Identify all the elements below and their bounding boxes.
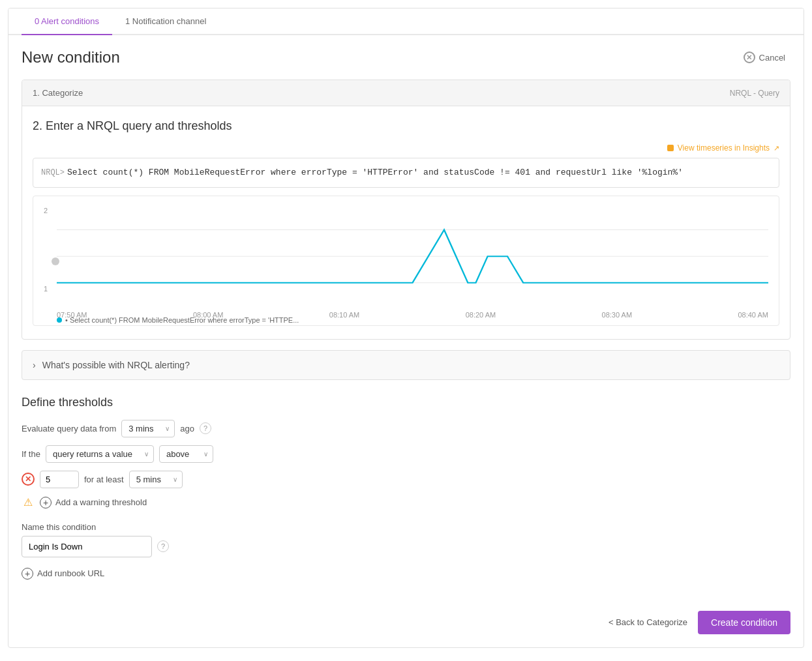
for-at-least-wrapper: 5 mins 10 mins 15 mins — [129, 471, 183, 488]
cancel-button[interactable]: ✕ Cancel — [738, 49, 790, 66]
for-at-least-select[interactable]: 5 mins 10 mins 15 mins — [129, 471, 183, 488]
chart-svg-area — [57, 207, 768, 293]
chart-y-label-1: 1 — [44, 285, 48, 293]
query-section-title: 2. Enter a NRQL query and thresholds — [33, 119, 779, 133]
legend-dot-icon — [57, 317, 62, 323]
nrql-info-section[interactable]: › What's possible with NRQL alerting? — [22, 350, 790, 380]
warning-triangle-icon: ⚠ — [22, 496, 35, 509]
nrql-badge: NRQL - Query — [730, 89, 779, 98]
thresholds-title: Define thresholds — [22, 396, 790, 409]
if-the-label: If the — [22, 449, 40, 459]
add-warning-button[interactable]: + Add a warning threshold — [40, 497, 147, 508]
add-runbook-label: Add runbook URL — [37, 568, 104, 578]
back-label: < Back to Categorize — [609, 617, 687, 627]
direction-wrapper: above below equal to — [159, 445, 213, 463]
cancel-label: Cancel — [759, 53, 785, 63]
nrql-query-text: Select count(*) FROM MobileRequestError … — [67, 168, 683, 177]
warning-row: ⚠ + Add a warning threshold — [22, 496, 790, 509]
plus-circle-icon: + — [40, 497, 52, 508]
critical-icon: ✕ — [22, 473, 35, 486]
critical-threshold-row: ✕ for at least 5 mins 10 mins 15 mins — [22, 471, 790, 488]
evaluate-label: Evaluate query data from — [22, 424, 116, 433]
direction-select[interactable]: above below equal to — [159, 445, 213, 463]
name-condition-section: Name this condition ? — [22, 522, 790, 557]
cancel-icon: ✕ — [744, 51, 755, 63]
chart-x-label-3: 08:20 AM — [466, 311, 496, 319]
back-to-categorize-button[interactable]: < Back to Categorize — [609, 617, 687, 627]
nrql-input-area[interactable]: NRQL>Select count(*) FROM MobileRequestE… — [33, 158, 779, 188]
for-at-least-label: for at least — [84, 475, 124, 484]
chart-container: 2 1 — [33, 196, 779, 326]
create-condition-button[interactable]: Create condition — [698, 611, 790, 634]
chart-svg — [57, 207, 768, 293]
chart-x-label-4: 08:30 AM — [602, 311, 632, 319]
external-link-icon: ↗ — [774, 144, 779, 153]
tab-alert-conditions[interactable]: 0 Alert conditions — [22, 8, 112, 35]
insights-link[interactable]: View timeseries in Insights — [678, 143, 770, 153]
evaluate-select[interactable]: 3 mins 5 mins 10 mins — [121, 420, 175, 437]
thresholds-section: Define thresholds Evaluate query data fr… — [22, 396, 790, 509]
evaluate-row: Evaluate query data from 3 mins 5 mins 1… — [22, 420, 790, 437]
section-header: 1. Categorize NRQL - Query — [22, 80, 790, 106]
nrql-info-text: What's possible with NRQL alerting? — [42, 360, 190, 370]
chart-legend: • Select count(*) FROM MobileRequestErro… — [57, 316, 299, 324]
header-row: New condition ✕ Cancel — [22, 48, 790, 66]
chart-y-label-2: 2 — [44, 207, 48, 214]
categorize-section: 1. Categorize NRQL - Query 2. Enter a NR… — [22, 80, 790, 340]
add-warning-label: Add a warning threshold — [55, 497, 147, 507]
condition-name-input[interactable] — [22, 536, 152, 557]
condition-name-help-icon[interactable]: ? — [157, 540, 169, 552]
insights-row: View timeseries in Insights ↗ — [33, 143, 779, 153]
if-the-row: If the query returns a value query retur… — [22, 445, 790, 463]
evaluate-help-icon[interactable]: ? — [200, 422, 211, 434]
chart-x-label-5: 08:40 AM — [738, 311, 768, 319]
section-body: 2. Enter a NRQL query and thresholds Vie… — [22, 106, 790, 339]
query-condition-select[interactable]: query returns a value query returns no v… — [46, 445, 154, 463]
chart-y-axis: 2 1 — [44, 207, 48, 293]
query-condition-wrapper: query returns a value query returns no v… — [46, 445, 154, 463]
footer-row: < Back to Categorize Create condition — [8, 598, 804, 647]
add-runbook-button[interactable]: + Add runbook URL — [22, 568, 104, 580]
page-title: New condition — [22, 48, 120, 66]
chevron-right-icon: › — [33, 360, 36, 370]
critical-value-input[interactable] — [40, 471, 79, 488]
create-label: Create condition — [711, 617, 777, 628]
chart-x-label-2: 08:10 AM — [329, 311, 359, 319]
tabs-bar: 0 Alert conditions 1 Notification channe… — [8, 8, 804, 35]
ago-label: ago — [180, 424, 194, 433]
name-row: ? — [22, 536, 790, 557]
evaluate-select-wrapper: 3 mins 5 mins 10 mins — [121, 420, 175, 437]
condition-name-label: Name this condition — [22, 522, 790, 532]
runbook-plus-icon: + — [22, 568, 33, 580]
legend-label: • Select count(*) FROM MobileRequestErro… — [65, 316, 299, 324]
step-label: 1. Categorize — [33, 88, 83, 98]
nrql-label: NRQL> — [41, 168, 65, 177]
tab-notification-channel[interactable]: 1 Notification channel — [112, 8, 219, 35]
insights-dot-icon — [667, 145, 674, 151]
